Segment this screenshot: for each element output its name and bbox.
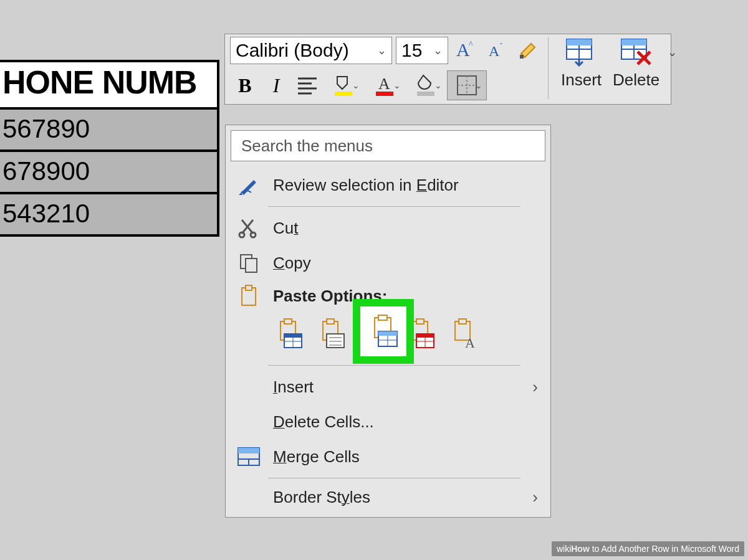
- svg-rect-31: [246, 259, 257, 272]
- paste-text-only[interactable]: A: [448, 318, 480, 350]
- increase-font-size-button[interactable]: A^: [452, 37, 479, 64]
- delete-cells-item[interactable]: Delete Cells...: [231, 404, 545, 439]
- search-placeholder: Search the menus: [241, 136, 373, 156]
- svg-rect-33: [246, 285, 252, 290]
- font-name-dropdown[interactable]: Calibri (Body) ⌄: [230, 37, 392, 64]
- review-label-key: E: [416, 176, 427, 194]
- mini-toolbar: Calibri (Body) ⌄ 15 ⌄ A^ Aˇ B: [224, 34, 671, 105]
- delete-label: Delete: [613, 70, 659, 90]
- tutorial-highlight: [353, 299, 414, 364]
- delete-table-button[interactable]: Delete ⌄: [613, 37, 659, 90]
- svg-rect-49: [416, 334, 434, 338]
- chevron-down-icon: ⌄: [393, 80, 401, 90]
- svg-rect-41: [327, 319, 334, 324]
- svg-rect-4: [520, 55, 524, 59]
- shading-button[interactable]: ⌄: [406, 70, 446, 100]
- svg-rect-9: [335, 92, 352, 96]
- watermark-prefix: wiki: [557, 544, 571, 554]
- font-color-button[interactable]: A ⌄: [365, 70, 405, 100]
- cut-item[interactable]: Cut: [231, 211, 545, 245]
- chevron-down-icon: ⌄: [668, 45, 677, 59]
- svg-rect-56: [238, 448, 259, 453]
- chevron-right-icon: ›: [532, 488, 538, 507]
- insert-table-button[interactable]: Insert ⌄: [561, 37, 602, 90]
- svg-text:A: A: [465, 335, 475, 350]
- bold-button[interactable]: B: [230, 70, 260, 100]
- svg-rect-53: [459, 319, 466, 324]
- svg-text:A: A: [489, 43, 500, 59]
- separator: [268, 478, 520, 478]
- copy-item[interactable]: Copy: [231, 245, 545, 280]
- svg-rect-11: [376, 92, 393, 96]
- merge-cells-icon: [236, 444, 262, 470]
- table-header-cell: HONE NUMB: [0, 62, 217, 110]
- copy-icon: [236, 250, 262, 276]
- chevron-down-icon: ⌄: [434, 80, 442, 90]
- search-menus-input[interactable]: Search the menus: [231, 130, 545, 161]
- table-row: 678900: [0, 152, 217, 194]
- chevron-down-icon: ⌄: [475, 80, 482, 90]
- svg-rect-62: [378, 331, 397, 336]
- table-row: 567890: [0, 110, 217, 152]
- document-table-fragment: HONE NUMB 567890 678900 543210: [0, 60, 219, 237]
- separator: [268, 206, 520, 207]
- review-label-post: ditor: [427, 176, 459, 194]
- review-label-pre: Review selection in: [273, 176, 416, 194]
- watermark-how: How: [571, 544, 590, 554]
- paste-as-nested-table[interactable]: [367, 315, 400, 348]
- svg-point-29: [251, 232, 256, 237]
- svg-rect-17: [567, 39, 592, 45]
- wikihow-watermark: wikiHow to Add Another Row in Microsoft …: [552, 541, 744, 556]
- separator: [268, 365, 520, 366]
- border-styles-submenu-item[interactable]: Border Styles ›: [231, 482, 545, 512]
- table-row: 543210: [0, 194, 217, 234]
- svg-rect-21: [621, 39, 646, 45]
- svg-rect-12: [417, 92, 434, 96]
- watermark-rest: to Add Another Row in Microsoft Word: [590, 544, 739, 554]
- blank-icon: [236, 374, 262, 400]
- chevron-down-icon: ⌄: [433, 44, 443, 57]
- svg-text:A: A: [378, 75, 390, 93]
- paste-keep-source-formatting[interactable]: [273, 318, 305, 350]
- font-size-dropdown[interactable]: 15 ⌄: [396, 37, 448, 64]
- separator: [548, 37, 549, 99]
- scissors-icon: [236, 215, 262, 241]
- svg-rect-37: [284, 334, 302, 338]
- svg-text:A: A: [456, 39, 470, 60]
- blank-icon: [236, 409, 262, 435]
- borders-button[interactable]: ⌄: [447, 70, 487, 100]
- svg-rect-42: [327, 334, 344, 348]
- paste-merge-formatting[interactable]: [315, 318, 348, 350]
- svg-text:^: ^: [469, 40, 473, 49]
- svg-rect-35: [284, 319, 292, 324]
- editor-pen-icon: [236, 172, 262, 198]
- chevron-right-icon: ›: [532, 377, 538, 397]
- svg-point-28: [239, 232, 244, 237]
- svg-text:ˇ: ˇ: [500, 42, 502, 50]
- clipboard-icon: [236, 283, 262, 309]
- align-button[interactable]: [292, 70, 322, 100]
- merge-cells-item[interactable]: Merge Cells: [231, 439, 545, 474]
- review-selection-item[interactable]: Review selection in Editor: [231, 168, 545, 202]
- font-name-value: Calibri (Body): [236, 40, 349, 61]
- insert-label: Insert: [561, 70, 602, 90]
- svg-rect-47: [416, 319, 424, 324]
- chevron-down-icon: ⌄: [352, 80, 360, 90]
- italic-button[interactable]: I: [261, 70, 291, 100]
- decrease-font-size-button[interactable]: Aˇ: [483, 37, 511, 64]
- format-painter-button[interactable]: [514, 37, 542, 64]
- insert-submenu-item[interactable]: Insert ›: [231, 369, 545, 404]
- highlight-color-button[interactable]: ⌄: [324, 70, 363, 100]
- blank-icon: [236, 484, 262, 510]
- font-size-value: 15: [401, 40, 422, 61]
- chevron-down-icon: ⌄: [377, 44, 386, 57]
- svg-rect-60: [378, 315, 387, 320]
